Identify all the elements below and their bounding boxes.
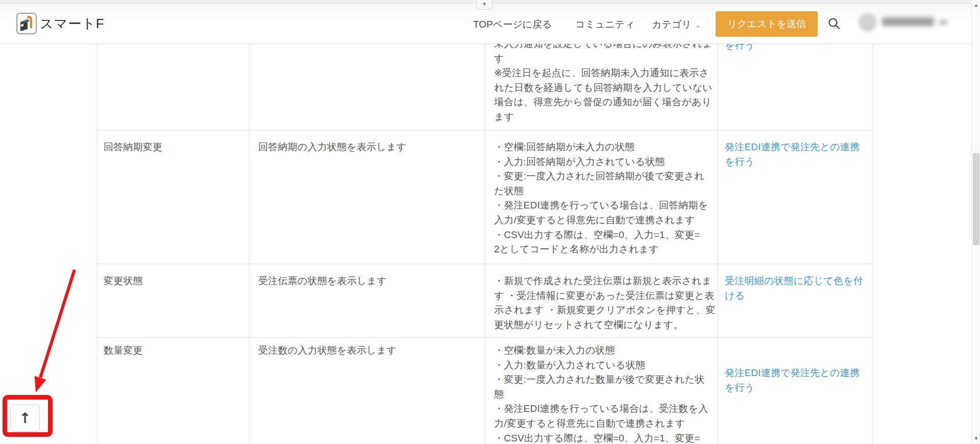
nav-category-menu[interactable]: カテゴリ⌄ xyxy=(652,18,701,31)
column-divider-1 xyxy=(249,0,250,444)
related-article-link[interactable]: 発注EDI連携で発注先との連携 を行う xyxy=(725,140,873,169)
table-cell-name: 回答納期変更 xyxy=(104,140,241,155)
row-divider-1 xyxy=(97,130,873,131)
table-cell-description: 回答納期の入力状態を表示します xyxy=(258,140,478,155)
table-cell-name: 数量変更 xyxy=(104,343,241,358)
brand-title: スマートF xyxy=(40,15,105,33)
search-button[interactable] xyxy=(826,16,842,32)
table-border-right xyxy=(873,0,873,444)
related-article-link[interactable]: 発注EDI連携で発注先との連携 を行う xyxy=(725,366,873,395)
back-to-top-button[interactable]: ↑ xyxy=(10,405,40,432)
user-menu-chevron-icon xyxy=(939,20,947,25)
annotation-arrow xyxy=(0,255,102,404)
nav-category-label: カテゴリ xyxy=(652,19,692,30)
column-divider-2 xyxy=(485,0,485,444)
scrollbar-down-arrow-icon[interactable]: ▼ xyxy=(972,434,980,443)
user-avatar[interactable] xyxy=(859,13,877,32)
site-header: ▼ スマートF TOPページに戻る コミュニティ カテゴリ⌄ リクエストを送信 xyxy=(0,0,980,44)
admin-bar-collapse-tab[interactable]: ▼ xyxy=(476,0,493,10)
brand-logo[interactable] xyxy=(16,13,37,34)
search-icon xyxy=(827,17,841,30)
scrollbar-up-arrow-icon[interactable]: ▲ xyxy=(972,1,980,10)
table-cell-details: 未入力通知を設定している場合にのみ表示されま す ※受注日を起点に、回答納期未入… xyxy=(494,37,724,125)
arrow-up-icon: ↑ xyxy=(19,410,31,427)
table-cell-details: ・空欄:数量が未入力の状態 ・入力:数量が入力されている状態 ・変更:一度入力さ… xyxy=(494,343,724,444)
user-name-redacted xyxy=(882,17,934,26)
table-cell-description: 受注伝票の状態を表示します xyxy=(258,274,478,289)
scrollbar-thumb[interactable] xyxy=(973,153,979,245)
nav-community[interactable]: コミュニティ xyxy=(575,18,635,31)
related-article-link[interactable]: 受注明細の状態に応じて色を付 ける xyxy=(725,274,873,303)
table-cell-name: 変更状態 xyxy=(104,274,241,289)
vertical-scrollbar[interactable]: ▲ ▼ xyxy=(971,0,980,444)
table-cell-details: ・空欄:回答納期が未入力の状態 ・入力:回答納期が入力されている状態 ・変更:一… xyxy=(494,140,724,257)
help-article-page: 未入力通知を設定している場合にのみ表示されま す ※受注日を起点に、回答納期未入… xyxy=(0,0,980,444)
table-border-left xyxy=(97,0,97,444)
chevron-down-icon: ▼ xyxy=(482,2,487,7)
table-cell-description: 受注数の入力状態を表示します xyxy=(258,343,478,358)
nav-back-to-top-page[interactable]: TOPページに戻る xyxy=(473,18,552,31)
factory-logo-icon xyxy=(19,15,34,32)
submit-request-button[interactable]: リクエストを送信 xyxy=(716,11,818,37)
chevron-down-icon: ⌄ xyxy=(695,21,701,29)
table-cell-details: ・新規で作成された受注伝票は新規と表示されま す ・受注情報に変更があった受注伝… xyxy=(494,274,724,332)
row-divider-2 xyxy=(97,264,873,264)
row-divider-3 xyxy=(97,337,873,338)
